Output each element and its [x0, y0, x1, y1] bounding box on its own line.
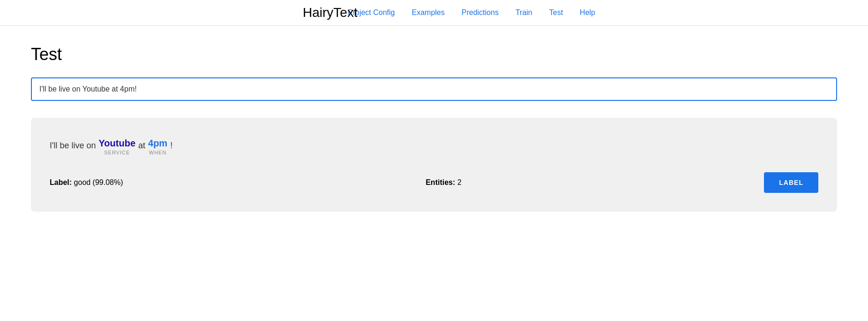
nav-predictions[interactable]: Predictions [462, 8, 499, 17]
label-button[interactable]: LABEL [764, 172, 818, 193]
entities-count: 2 [457, 178, 462, 186]
entity-when-word: 4pm [148, 138, 167, 149]
nav-test[interactable]: Test [549, 8, 563, 17]
entity-when-label: WHEN [149, 150, 167, 155]
entity-when-wrapper: 4pm WHEN [148, 138, 167, 155]
entities-stat: Entities: 2 [426, 178, 461, 187]
entity-service-wrapper: Youtube SERVICE [99, 138, 136, 155]
nav-examples[interactable]: Examples [412, 8, 444, 17]
main-nav: Project Config Examples Predictions Trai… [348, 8, 595, 17]
result-card: I'll be live on Youtube SERVICE at 4pm W… [31, 118, 837, 212]
header: HairyText Project Config Examples Predic… [0, 0, 868, 26]
plain-text-middle: at [138, 137, 145, 155]
nav-help[interactable]: Help [580, 8, 595, 17]
stats-row: Label: good (99.08%) Entities: 2 LABEL [50, 172, 818, 193]
label-stat: Label: good (99.08%) [50, 178, 123, 187]
nav-train[interactable]: Train [516, 8, 532, 17]
entities-key: Entities: [426, 178, 455, 186]
logo-part1: Hairy [303, 5, 333, 20]
page-content: Test I'll be live on Youtube SERVICE at … [12, 26, 856, 230]
entity-service-word: Youtube [99, 138, 136, 149]
plain-text-after: ! [170, 137, 172, 155]
entity-display-row: I'll be live on Youtube SERVICE at 4pm W… [50, 137, 818, 155]
test-input[interactable] [31, 77, 837, 101]
entity-service-label: SERVICE [104, 150, 130, 155]
logo[interactable]: HairyText [303, 5, 358, 20]
logo-part2: Text [333, 5, 357, 20]
label-key: Label: [50, 178, 72, 186]
page-title: Test [31, 45, 837, 64]
plain-text-before: I'll be live on [50, 137, 96, 155]
label-value: good (99.08%) [74, 178, 123, 186]
